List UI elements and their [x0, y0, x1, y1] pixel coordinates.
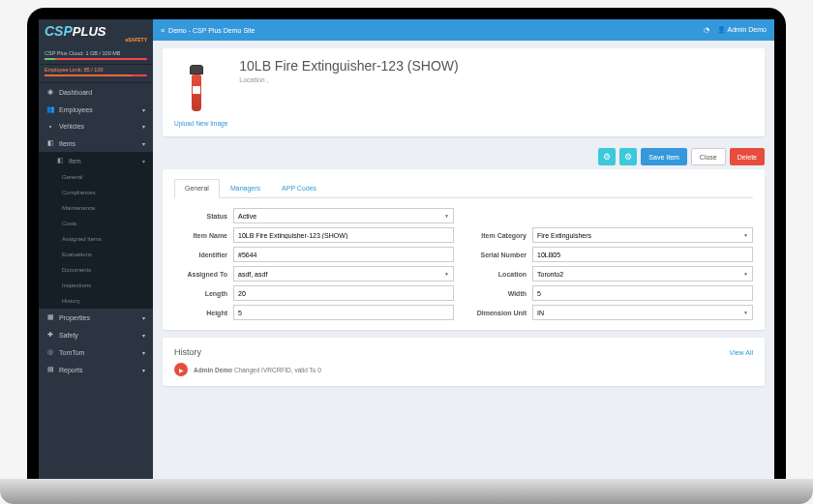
nav-item[interactable]: ◧Item▾: [39, 152, 153, 169]
view-all-link[interactable]: View All: [730, 349, 753, 356]
chevron-down-icon: ▼: [444, 213, 449, 219]
employees-icon: 👥: [46, 105, 54, 113]
chevron-down-icon: ▼: [444, 271, 449, 277]
nav-general[interactable]: General: [39, 169, 153, 185]
nav-costs[interactable]: Costs: [39, 216, 153, 231]
chevron-down-icon: ▾: [142, 332, 145, 339]
nav-reports[interactable]: ▤Reports▾: [39, 361, 153, 378]
upload-image-link[interactable]: Upload New Image: [174, 120, 227, 127]
category-select[interactable]: Fire Extinguishers▼: [532, 227, 753, 243]
reports-icon: ▤: [46, 366, 54, 373]
unit-label: Dimension Unit: [473, 310, 527, 316]
nav-evaluations[interactable]: Evaluations: [39, 247, 153, 262]
nav-dashboard[interactable]: ◉Dashboard: [39, 83, 153, 101]
close-button[interactable]: Close: [691, 148, 726, 165]
chevron-down-icon: ▼: [743, 232, 748, 238]
nav-maintenance[interactable]: Maintenance: [39, 200, 153, 216]
identifier-label: Identifier: [174, 252, 227, 258]
chevron-down-icon: ▼: [743, 310, 748, 315]
employee-limit: Employee Limit: 85 / 100: [39, 65, 153, 83]
user-menu[interactable]: 👤 Admin Demo: [717, 26, 767, 34]
tab-managers[interactable]: Managers: [220, 179, 271, 197]
logo-csp: CSP: [45, 23, 73, 39]
status-select[interactable]: Active▼: [233, 208, 454, 223]
nav-properties[interactable]: ▦Properties▾: [39, 309, 153, 326]
name-input[interactable]: [233, 227, 454, 243]
nav-history[interactable]: History: [39, 293, 153, 309]
identifier-input[interactable]: [233, 247, 454, 262]
item-header-card: Upload New Image 10LB Fire Extinguisher-…: [163, 48, 765, 136]
save-button[interactable]: Save Item: [641, 148, 687, 165]
logo-plus: PLUS: [73, 24, 106, 39]
play-icon[interactable]: ▶: [174, 363, 188, 376]
status-label: Status: [174, 213, 227, 220]
breadcrumb[interactable]: ≡ Demo - CSP Plus Demo Site: [161, 27, 255, 34]
chevron-down-icon: ▾: [142, 367, 145, 373]
main-content: ≡ Demo - CSP Plus Demo Site ◔ 👤 Admin De…: [153, 19, 774, 485]
nav-documents[interactable]: Documents: [39, 262, 153, 278]
properties-icon: ▦: [46, 313, 54, 321]
chevron-down-icon: ▾: [142, 314, 145, 321]
width-label: Width: [473, 290, 527, 297]
width-input[interactable]: [532, 285, 753, 301]
assigned-label: Assigned To: [174, 271, 227, 278]
nav-inspections[interactable]: Inspections: [39, 278, 153, 293]
chevron-down-icon: ▼: [743, 271, 748, 277]
page-title: 10LB Fire Extinguisher-123 (SHOW): [239, 58, 753, 74]
serial-label: Serial Number: [473, 252, 527, 258]
height-label: Height: [174, 310, 227, 316]
nav-safety[interactable]: ✚Safety▾: [39, 326, 153, 343]
cloud-label: CSP Plus Cloud: 1 GB / 100 MB: [45, 50, 120, 56]
chevron-down-icon: ▾: [142, 158, 145, 164]
nav-items[interactable]: ◧Items▾: [39, 134, 153, 152]
gear-icon: ⚙: [624, 152, 632, 162]
settings-button[interactable]: ⚙: [598, 148, 616, 165]
unit-select[interactable]: IN▼: [532, 305, 753, 320]
form-card: General Managers APP Codes Status Active…: [163, 169, 765, 330]
breadcrumb-text: Demo - CSP Plus Demo Site: [168, 27, 255, 34]
nav-assigned[interactable]: Assigned Items: [39, 231, 153, 247]
safety-icon: ✚: [46, 331, 54, 339]
emp-label: Employee Limit: 85 / 100: [45, 67, 104, 73]
serial-input[interactable]: [532, 247, 753, 262]
fire-extinguisher-icon: [189, 63, 204, 111]
sidebar: CSP PLUS eSAFETY CSP Plus Cloud: 1 GB / …: [39, 19, 153, 485]
assigned-select[interactable]: asdf, asdf▼: [233, 266, 454, 282]
location-text: Location ,: [239, 76, 753, 83]
chevron-down-icon: ▾: [142, 140, 145, 147]
height-input[interactable]: [233, 305, 454, 320]
laptop-base: [0, 479, 813, 504]
nav-employees[interactable]: 👥Employees▾: [39, 101, 153, 118]
history-title: History: [174, 347, 201, 357]
items-icon: ◧: [46, 139, 54, 147]
menu-icon[interactable]: ≡: [161, 27, 165, 34]
name-label: Item Name: [174, 232, 227, 239]
cloud-info: CSP Plus Cloud: 1 GB / 100 MB: [39, 46, 153, 65]
item-icon: ◧: [56, 157, 64, 164]
length-label: Length: [174, 290, 227, 297]
notification-icon[interactable]: ◔: [704, 26, 709, 34]
gear-icon: ⚙: [603, 152, 611, 162]
logo: CSP PLUS eSAFETY: [39, 19, 153, 46]
config-button[interactable]: ⚙: [619, 148, 637, 165]
history-card: History View All ▶ Admin Demo Changed IV…: [163, 338, 765, 386]
dashboard-icon: ◉: [46, 88, 54, 96]
topbar: ≡ Demo - CSP Plus Demo Site ◔ 👤 Admin De…: [153, 19, 774, 41]
chevron-down-icon: ▾: [142, 123, 145, 130]
vehicles-icon: ▪: [46, 123, 54, 130]
nav-tomtom[interactable]: ◎TomTom▾: [39, 343, 153, 361]
location-select[interactable]: Toronto2▼: [532, 266, 753, 282]
history-entry: ▶ Admin Demo Changed IVRCRFID, valid To …: [174, 363, 753, 376]
tabs: General Managers APP Codes: [174, 179, 753, 198]
length-input[interactable]: [233, 285, 454, 301]
nav-vehicles[interactable]: ▪Vehicles▾: [39, 118, 153, 134]
tab-appcodes[interactable]: APP Codes: [271, 179, 327, 197]
location-label: Location: [473, 271, 527, 278]
chevron-down-icon: ▾: [142, 106, 145, 113]
chevron-down-icon: ▾: [142, 349, 145, 356]
history-user: Admin Demo: [194, 367, 232, 373]
delete-button[interactable]: Delete: [730, 148, 765, 165]
nav-compliances[interactable]: Compliances: [39, 185, 153, 200]
category-label: Item Category: [473, 232, 527, 239]
tab-general[interactable]: General: [174, 179, 220, 198]
